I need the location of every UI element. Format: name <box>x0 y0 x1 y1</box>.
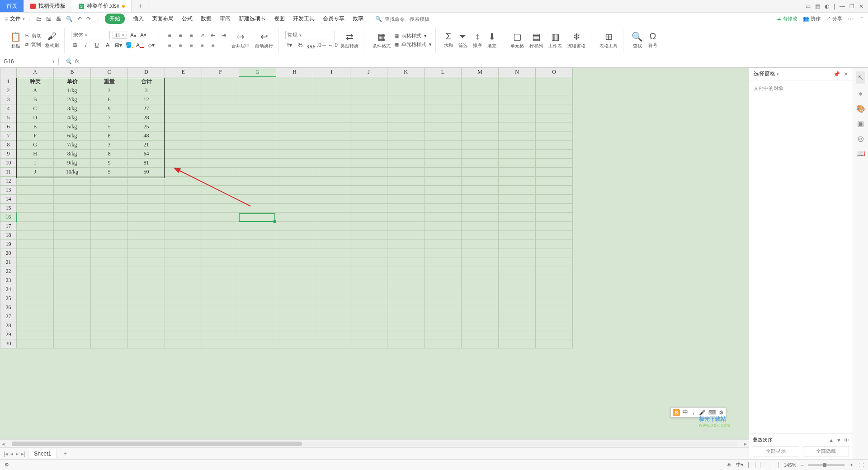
more-menu[interactable]: ⋯ <box>848 15 854 23</box>
cell[interactable] <box>387 203 425 212</box>
cell[interactable] <box>128 330 165 339</box>
cell[interactable] <box>499 230 536 240</box>
cell[interactable] <box>128 185 165 194</box>
spreadsheet-grid[interactable]: ABCDEFGHIJKLMNO1种类单价重量合计2A1/kg333B2/kg61… <box>0 68 749 439</box>
cell[interactable]: 28 <box>128 113 165 122</box>
cell[interactable]: 21 <box>128 140 165 149</box>
cell[interactable] <box>536 140 573 149</box>
col-header[interactable]: O <box>536 68 573 77</box>
cell[interactable] <box>91 339 128 348</box>
cell[interactable] <box>239 104 276 113</box>
cell[interactable] <box>276 303 313 312</box>
row-header[interactable]: 14 <box>0 194 17 203</box>
select-tool-icon[interactable]: ⌖ <box>859 90 863 98</box>
cell[interactable] <box>425 240 462 249</box>
cell[interactable]: 5 <box>91 122 128 131</box>
cell[interactable] <box>387 258 425 267</box>
normal-view-icon[interactable] <box>748 462 755 468</box>
cell[interactable] <box>425 86 462 95</box>
freeze-button[interactable]: ❄冻结窗格 <box>566 31 587 49</box>
cell[interactable] <box>276 140 313 149</box>
cell[interactable] <box>313 339 350 348</box>
cell[interactable] <box>387 285 425 294</box>
cell[interactable] <box>91 294 128 303</box>
cell-style-button[interactable]: ▦单元格样式▾ <box>394 41 432 48</box>
cell[interactable] <box>276 276 313 285</box>
cell[interactable] <box>276 158 313 167</box>
shrink-font-icon[interactable]: A▾ <box>140 32 147 39</box>
cell[interactable] <box>17 294 54 303</box>
row-header[interactable]: 9 <box>0 149 17 158</box>
cell[interactable] <box>499 113 536 122</box>
cell[interactable] <box>462 258 499 267</box>
col-header[interactable]: H <box>276 68 313 77</box>
cell[interactable] <box>536 149 573 158</box>
cell[interactable] <box>387 249 425 258</box>
cell[interactable] <box>350 140 387 149</box>
cell[interactable] <box>350 212 387 221</box>
cell[interactable] <box>387 312 425 321</box>
cell[interactable] <box>536 258 573 267</box>
cell[interactable] <box>91 321 128 330</box>
cell[interactable] <box>387 86 425 95</box>
cell[interactable]: 2/kg <box>54 95 91 104</box>
horizontal-scrollbar[interactable]: ◂ ▸ <box>0 439 749 447</box>
cell[interactable] <box>202 122 239 131</box>
fx-icon[interactable]: 🔍 fx <box>59 58 85 65</box>
cell[interactable] <box>313 122 350 131</box>
table-tools-button[interactable]: ⊞表格工具 <box>598 31 619 49</box>
cell[interactable] <box>387 230 425 240</box>
cell[interactable] <box>239 131 276 140</box>
cell[interactable] <box>276 249 313 258</box>
cell[interactable] <box>462 339 499 348</box>
cell[interactable] <box>165 249 202 258</box>
minimize-button[interactable]: — <box>840 3 845 9</box>
cell[interactable] <box>350 104 387 113</box>
cell[interactable] <box>165 194 202 203</box>
cell[interactable] <box>499 339 536 348</box>
row-header[interactable]: 16 <box>0 212 17 221</box>
font-size-select[interactable]: 11▾ <box>113 32 127 39</box>
cell[interactable] <box>276 104 313 113</box>
reader-tool-icon[interactable]: 📖 <box>856 149 865 158</box>
zoom-out-button[interactable]: − <box>801 462 804 468</box>
align-left-icon[interactable]: ≡ <box>165 41 174 49</box>
cell[interactable] <box>276 267 313 276</box>
cell[interactable] <box>536 203 573 212</box>
cell[interactable] <box>425 312 462 321</box>
cell[interactable] <box>54 185 91 194</box>
border-button[interactable]: ⊞▾ <box>114 41 123 49</box>
cell[interactable] <box>313 276 350 285</box>
cell[interactable] <box>239 258 276 267</box>
cell[interactable] <box>239 267 276 276</box>
ribbon-tab-data[interactable]: 数据 <box>201 15 212 23</box>
cell[interactable] <box>239 194 276 203</box>
cell[interactable] <box>239 285 276 294</box>
cell[interactable] <box>202 113 239 122</box>
cell[interactable] <box>425 267 462 276</box>
col-header[interactable]: K <box>387 68 425 77</box>
cell[interactable]: 5/kg <box>54 122 91 131</box>
cell[interactable] <box>276 339 313 348</box>
cell[interactable] <box>387 321 425 330</box>
cell[interactable] <box>17 339 54 348</box>
cell[interactable] <box>350 321 387 330</box>
cell[interactable] <box>387 267 425 276</box>
format-painter-button[interactable]: 🖌格式刷 <box>43 31 61 49</box>
row-header[interactable]: 18 <box>0 230 17 240</box>
cell[interactable] <box>17 249 54 258</box>
cell[interactable] <box>350 249 387 258</box>
cell[interactable] <box>91 240 128 249</box>
preview-icon[interactable]: 🔍 <box>66 16 73 22</box>
cell[interactable] <box>239 140 276 149</box>
ribbon-tab-dev[interactable]: 开发工具 <box>293 15 315 23</box>
cell[interactable] <box>499 86 536 95</box>
sheet-nav-last[interactable]: ▸| <box>21 451 25 457</box>
cell[interactable] <box>499 95 536 104</box>
cell[interactable] <box>202 185 239 194</box>
cell[interactable] <box>17 194 54 203</box>
cell[interactable] <box>165 176 202 185</box>
cell[interactable] <box>499 258 536 267</box>
row-header[interactable]: 3 <box>0 95 17 104</box>
row-header[interactable]: 19 <box>0 240 17 249</box>
